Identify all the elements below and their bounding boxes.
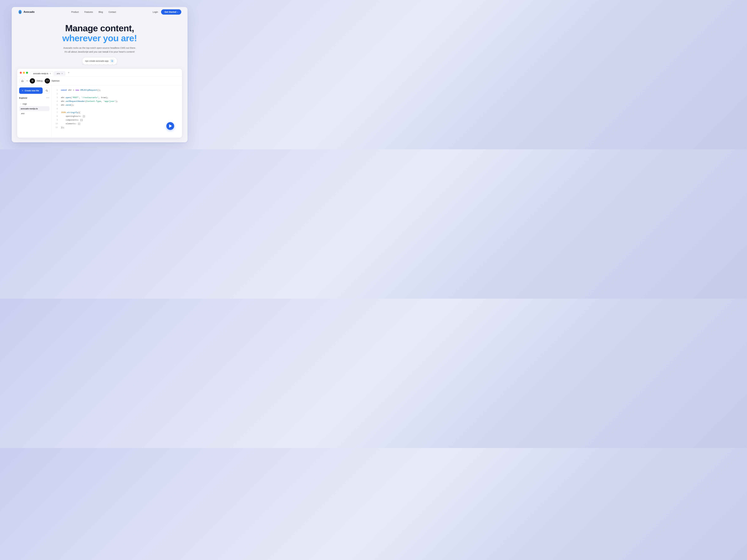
optimize-label: Optimize [52,80,59,82]
code-line-2: 2 [55,92,178,96]
file-name-avocado-nextjs: avocado-nextjs.ts [21,107,38,110]
command-text: npx create-avocado-app [85,60,109,62]
svg-point-2 [20,12,21,13]
traffic-light-yellow[interactable] [23,72,25,74]
login-link[interactable]: Login [153,11,158,13]
toolbar: ▾ ⚙ Debug </> Optimize [17,77,182,85]
nav-actions: Login Get Started › [153,9,181,15]
create-new-file-button[interactable]: ＋ Create new file [19,87,43,94]
code-line-12: 12 }); [55,126,178,129]
copy-button[interactable] [110,59,114,63]
optimize-icon: </> [46,80,49,82]
file-item-avocado-nextjs[interactable]: avocado-nextjs.ts [19,106,50,111]
cta-arrow-icon: › [177,11,178,13]
search-button[interactable] [44,88,50,93]
tab-add-button[interactable]: + [67,71,71,75]
code-line-5: 5 xhr.send(); [55,103,178,107]
nav-features[interactable]: Features [84,11,93,13]
hero-command-box[interactable]: npx create-avocado-app [82,57,117,65]
nav-blog[interactable]: Blog [99,11,103,13]
copy-icon [111,60,113,62]
hero-section: Manage content, wherever you are! Avacad… [12,17,187,69]
code-line-10: 10 elements: [] [55,122,178,126]
explorer-more-button[interactable]: ··· [46,96,50,100]
code-line-9: 9 components: [] [55,118,178,122]
tab-label-0: avocado-nextjs.ts [33,73,48,75]
play-button[interactable] [166,122,174,130]
traffic-light-green[interactable] [26,72,28,74]
avocado-logo-icon [18,10,22,14]
chevron-down-icon[interactable]: ▾ [27,80,28,82]
file-item-env[interactable]: .env [19,111,50,116]
file-sidebar: ＋ Create new file Explorer ··· [17,85,52,138]
tab-close-1[interactable]: ✕ [61,73,63,75]
code-line-8: 8 openinghours: [] [55,114,178,118]
explorer-header: Explorer ··· [19,96,50,100]
hero-subtitle: Avacado rocks as the top-notch open-sour… [63,46,136,54]
home-button[interactable] [20,78,25,83]
sidebar-actions: ＋ Create new file [19,87,50,94]
svg-line-6 [47,91,48,91]
play-icon [169,124,172,128]
traffic-light-red[interactable] [20,72,22,74]
tab-avocado-nextjs[interactable]: avocado-nextjs.ts ✕ [31,71,53,76]
get-started-button[interactable]: Get Started › [161,9,181,15]
code-line-7: 7 JSON.stringify({ [55,111,178,114]
browser-window: Avocado Product Features Blog Contact Lo… [12,7,187,142]
hero-title-line2: wherever you are! [62,33,137,43]
code-line-4: 4 xhr.setRequestHeader(Content-Type, 'ap… [55,100,178,103]
code-area: 1 const xhr = new XMLHttpRequest(); 2 3 … [52,85,182,138]
hero-title-line1: Manage content, [65,23,134,33]
code-window: avocado-nextjs.ts ✕ .env ✕ + ▾ ⚙ Debug <… [17,69,182,138]
search-icon [46,89,48,92]
plus-icon: ＋ [21,89,24,92]
file-item-cogs[interactable]: › cogs [19,101,50,106]
code-main: ＋ Create new file Explorer ··· [17,85,182,138]
logo[interactable]: Avocado [18,10,34,14]
nav-links: Product Features Blog Contact [71,11,116,13]
tabs-bar: avocado-nextjs.ts ✕ .env ✕ + [17,69,182,77]
debug-button[interactable]: ⚙ [30,78,35,83]
home-icon [21,80,24,82]
traffic-lights [20,72,28,74]
file-name-env: .env [21,112,25,115]
create-file-label: Create new file [25,89,39,92]
tab-label-1: .env [56,73,60,75]
optimize-button[interactable]: </> [45,78,50,83]
debug-icon: ⚙ [31,80,33,82]
navbar: Avocado Product Features Blog Contact Lo… [12,7,187,17]
explorer-title: Explorer [19,97,27,99]
tab-close-0[interactable]: ✕ [50,73,51,75]
code-line-3: 3 xhr.open('POST', '/restaurants', true)… [55,96,178,100]
tab-env[interactable]: .env ✕ [54,71,65,76]
code-line-6: 6 [55,107,178,111]
svg-rect-4 [111,60,112,61]
nav-product[interactable]: Product [71,11,79,13]
code-line-1: 1 const xhr = new XMLHttpRequest(); [55,88,178,92]
debug-label: Debug [36,80,43,82]
logo-text: Avocado [24,10,34,14]
folder-chevron-icon: › [21,103,21,105]
file-name-cogs: cogs [23,103,27,105]
nav-contact[interactable]: Contact [108,11,116,13]
